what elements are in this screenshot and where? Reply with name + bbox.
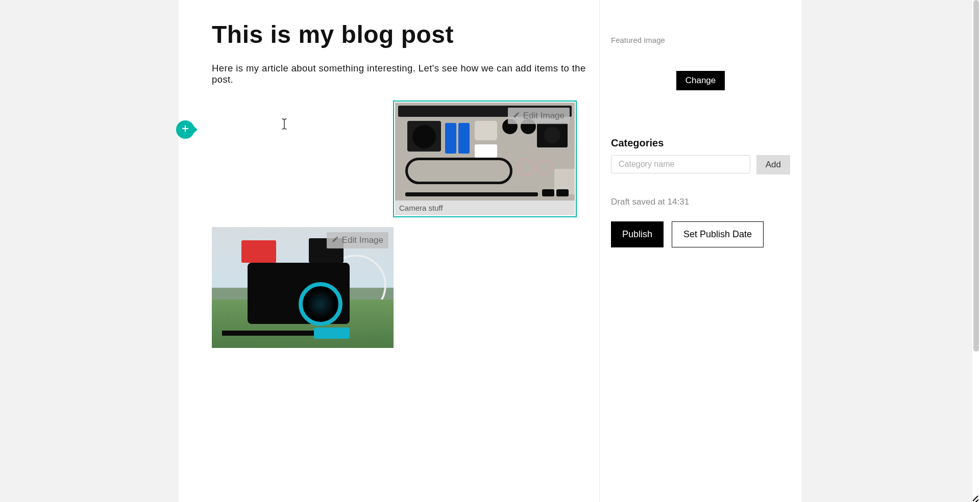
post-title[interactable]: This is my blog post (212, 20, 599, 48)
content-edit-area[interactable]: Edit Image Camera stuff (212, 101, 599, 345)
publish-actions: Publish Set Publish Date (611, 221, 790, 247)
featured-image-label: Featured Image (611, 36, 790, 44)
image-camera-gear[interactable]: Edit Image (395, 103, 575, 200)
sidebar: Featured Image Change Categories Add Dra… (600, 0, 801, 502)
window-resize-handle-icon[interactable] (971, 493, 980, 502)
edit-image-button[interactable]: Edit Image (508, 108, 570, 124)
publish-button[interactable]: Publish (611, 221, 664, 247)
edit-image-button[interactable]: Edit Image (327, 232, 388, 248)
main-content-column: This is my blog post Here is my article … (179, 0, 600, 502)
editor-panel: This is my blog post Here is my article … (179, 0, 801, 502)
draft-saved-status: Draft saved at 14:31 (611, 197, 790, 207)
pencil-icon (513, 111, 520, 121)
category-add-row: Add (611, 155, 790, 174)
text-cursor-icon (281, 118, 287, 133)
add-block-button[interactable] (176, 120, 194, 139)
scrollbar-thumb[interactable] (973, 0, 979, 352)
image-caption-input[interactable]: Camera stuff (395, 200, 575, 215)
edit-image-label: Edit Image (523, 111, 565, 121)
category-name-input[interactable] (611, 155, 750, 173)
post-body-paragraph[interactable]: Here is my article about something inter… (212, 63, 599, 85)
change-featured-image-button[interactable]: Change (676, 71, 725, 90)
set-publish-date-button[interactable]: Set Publish Date (672, 221, 764, 247)
add-category-button[interactable]: Add (756, 155, 790, 174)
image-block-selected[interactable]: Edit Image Camera stuff (393, 101, 577, 217)
categories-heading: Categories (611, 137, 790, 149)
plus-icon (181, 124, 190, 135)
edit-image-label: Edit Image (342, 235, 383, 245)
scrollbar-track[interactable] (972, 0, 980, 502)
image-block-camera-rig[interactable]: Edit Image (212, 227, 394, 348)
pencil-icon (332, 235, 339, 245)
featured-image-area: Change (611, 71, 790, 90)
